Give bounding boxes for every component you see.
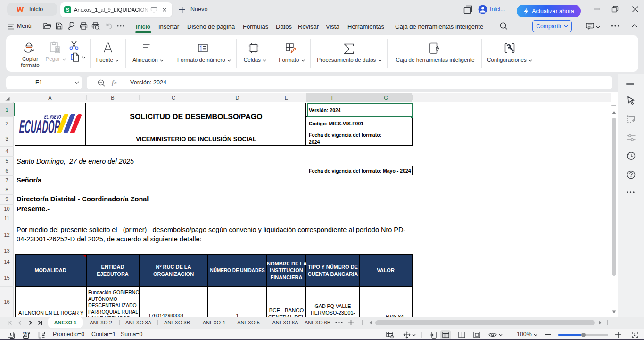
svg-text:VB: VB [23,331,27,334]
